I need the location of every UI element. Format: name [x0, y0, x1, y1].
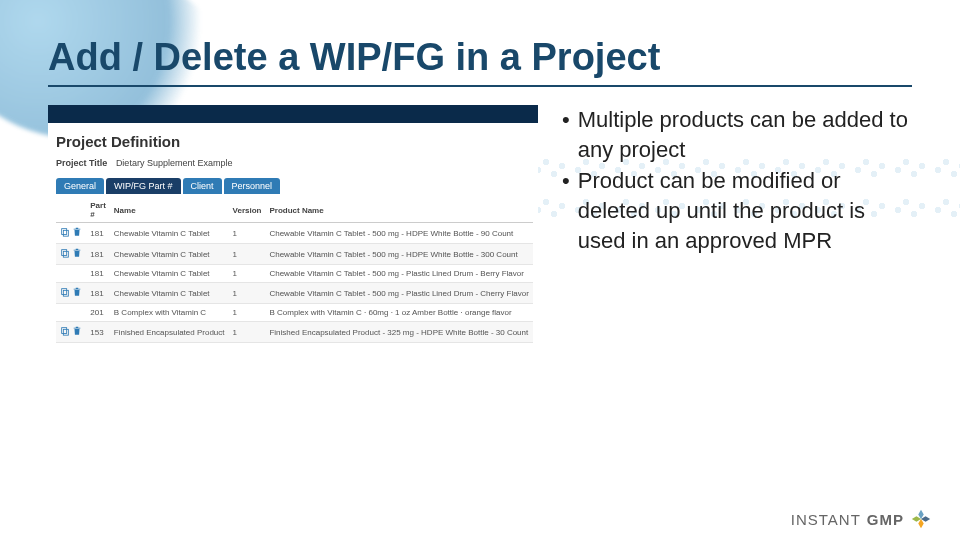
row-actions — [56, 244, 86, 265]
cell-name: Chewable Vitamin C Tablet — [110, 283, 229, 304]
table-row: 181Chewable Vitamin C Tablet1Chewable Vi… — [56, 283, 533, 304]
cell-part: 153 — [86, 322, 110, 343]
cell-prod: Chewable Vitamin C Tablet - 500 mg - Pla… — [265, 265, 532, 283]
row-actions — [56, 265, 86, 283]
copy-icon[interactable] — [60, 287, 70, 299]
cell-name: Chewable Vitamin C Tablet — [110, 244, 229, 265]
tab-client[interactable]: Client — [183, 178, 222, 194]
app-screenshot: Project Definition Project Title Dietary… — [48, 105, 538, 347]
svg-rect-5 — [63, 290, 68, 296]
cell-part: 181 — [86, 265, 110, 283]
brand-logo: INSTANTGMP — [791, 508, 932, 530]
project-subtitle: Project Title Dietary Supplement Example — [56, 158, 530, 168]
row-actions — [56, 283, 86, 304]
logo-mark-icon — [910, 508, 932, 530]
content-row: Project Definition Project Title Dietary… — [48, 105, 912, 347]
copy-icon[interactable] — [60, 248, 70, 260]
delete-icon[interactable] — [72, 227, 82, 239]
col-header: Part # — [86, 198, 110, 223]
col-header: Product Name — [265, 198, 532, 223]
tab-bar: GeneralWIP/FG Part #ClientPersonnel — [56, 178, 530, 194]
bullet-list: •Multiple products can be added to any p… — [562, 105, 912, 347]
cell-name: Finished Encapsulated Product — [110, 322, 229, 343]
cell-ver: 1 — [229, 283, 266, 304]
tab-wip-fg-part-[interactable]: WIP/FG Part # — [106, 178, 181, 194]
cell-part: 181 — [86, 223, 110, 244]
copy-icon[interactable] — [60, 326, 70, 338]
screenshot-topbar — [48, 105, 538, 123]
table-row: 153Finished Encapsulated Product1Finishe… — [56, 322, 533, 343]
bullet-text: Multiple products can be added to any pr… — [578, 105, 912, 164]
bullet-text: Product can be modified or deleted up un… — [578, 166, 912, 255]
svg-rect-0 — [62, 229, 67, 235]
cell-part: 181 — [86, 283, 110, 304]
cell-name: B Complex with Vitamin C — [110, 304, 229, 322]
cell-ver: 1 — [229, 304, 266, 322]
tab-general[interactable]: General — [56, 178, 104, 194]
cell-part: 201 — [86, 304, 110, 322]
svg-rect-4 — [62, 289, 67, 295]
bullet-dot: • — [562, 105, 570, 164]
col-header: Version — [229, 198, 266, 223]
subtitle-label: Project Title — [56, 158, 107, 168]
cell-ver: 1 — [229, 223, 266, 244]
cell-name: Chewable Vitamin C Tablet — [110, 223, 229, 244]
cell-part: 181 — [86, 244, 110, 265]
row-actions — [56, 223, 86, 244]
svg-rect-2 — [62, 250, 67, 256]
logo-text-1: INSTANT — [791, 511, 861, 528]
logo-text-2: GMP — [867, 511, 904, 528]
panel-heading: Project Definition — [56, 133, 530, 150]
row-actions — [56, 304, 86, 322]
table-row: 181Chewable Vitamin C Tablet1Chewable Vi… — [56, 223, 533, 244]
table-row: 181Chewable Vitamin C Tablet1Chewable Vi… — [56, 265, 533, 283]
row-actions — [56, 322, 86, 343]
svg-rect-3 — [63, 251, 68, 257]
bullet-item: •Multiple products can be added to any p… — [562, 105, 912, 164]
cell-ver: 1 — [229, 322, 266, 343]
cell-prod: Chewable Vitamin C Tablet - 500 mg - HDP… — [265, 244, 532, 265]
copy-icon[interactable] — [60, 227, 70, 239]
bullet-item: •Product can be modified or deleted up u… — [562, 166, 912, 255]
col-header: Name — [110, 198, 229, 223]
subtitle-value: Dietary Supplement Example — [116, 158, 233, 168]
table-row: 181Chewable Vitamin C Tablet1Chewable Vi… — [56, 244, 533, 265]
cell-prod: Chewable Vitamin C Tablet - 500 mg - HDP… — [265, 223, 532, 244]
slide: Add / Delete a WIP/FG in a Project Proje… — [0, 0, 960, 540]
cell-ver: 1 — [229, 244, 266, 265]
cell-prod: Chewable Vitamin C Tablet - 500 mg - Pla… — [265, 283, 532, 304]
svg-rect-1 — [63, 230, 68, 236]
cell-prod: B Complex with Vitamin C · 60mg · 1 oz A… — [265, 304, 532, 322]
svg-rect-6 — [62, 328, 67, 334]
page-title: Add / Delete a WIP/FG in a Project — [48, 36, 912, 79]
cell-prod: Finished Encapsulated Product - 325 mg -… — [265, 322, 532, 343]
title-bar: Add / Delete a WIP/FG in a Project — [48, 36, 912, 87]
bullet-dot: • — [562, 166, 570, 255]
cell-ver: 1 — [229, 265, 266, 283]
wipfg-table: Part #NameVersionProduct Name 181Chewabl… — [56, 198, 533, 343]
cell-name: Chewable Vitamin C Tablet — [110, 265, 229, 283]
delete-icon[interactable] — [72, 248, 82, 260]
delete-icon[interactable] — [72, 287, 82, 299]
table-row: 201B Complex with Vitamin C1B Complex wi… — [56, 304, 533, 322]
col-header — [56, 198, 86, 223]
project-definition-panel: Project Definition Project Title Dietary… — [48, 123, 538, 347]
svg-rect-7 — [63, 329, 68, 335]
tab-personnel[interactable]: Personnel — [224, 178, 281, 194]
delete-icon[interactable] — [72, 326, 82, 338]
